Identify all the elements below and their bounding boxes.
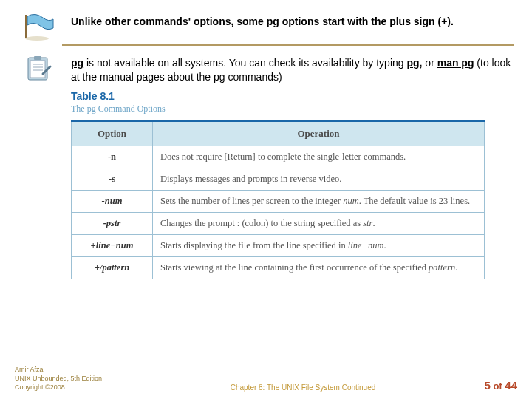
opt-cell: -n: [72, 146, 153, 168]
op-pre: Changes the prompt : (colon) to the stri…: [160, 218, 363, 228]
op-pre: Does not require [Return] to complete th…: [160, 151, 406, 162]
opt-ital: -pstr: [103, 218, 121, 228]
op-pre: Starts displaying the file from the line…: [160, 240, 348, 250]
slide-page: Unlike other commands' options, some pg …: [0, 0, 532, 399]
slide-footer: Amir Afzal UNIX Unbounded, 5th Edition C…: [0, 365, 532, 392]
op-post: .: [383, 240, 386, 250]
page-total: 44: [505, 379, 517, 392]
table-row: +/pattern Starts viewing at the line con…: [72, 256, 485, 279]
svg-rect-3: [30, 61, 45, 78]
op-ital: str: [363, 218, 372, 228]
col-header-option: Option: [72, 121, 153, 146]
op-post: . The default value is 23 lines.: [359, 196, 470, 206]
table-title: Table 8.1: [71, 90, 485, 102]
footer-chapter: Chapter 8: The UNIX File System Continue…: [163, 383, 443, 392]
note-flag-block: Unlike other commands' options, some pg …: [18, 12, 514, 41]
note2-part2: or: [422, 57, 437, 69]
op-post: .: [455, 262, 457, 273]
op-pre: Sets the number of lines per screen to t…: [160, 196, 343, 206]
footer-copyright: Copyright ©2008: [15, 383, 163, 392]
footer-credits: Amir Afzal UNIX Unbounded, 5th Edition C…: [15, 365, 163, 392]
table-row: -n Does not require [Return] to complete…: [72, 146, 485, 168]
op-ital: pattern: [429, 262, 455, 273]
opt-ital: +line−num: [91, 240, 134, 250]
op-ital: line−num: [348, 240, 384, 250]
col-header-operation: Operation: [153, 121, 485, 146]
op-post: .: [372, 218, 375, 228]
opt-ital: +/pattern: [95, 262, 129, 273]
svg-rect-4: [34, 56, 41, 60]
pg-term-2: pg,: [406, 57, 422, 69]
table-subtitle: The pg Command Options: [71, 103, 485, 115]
opt-cell: +line−num: [72, 234, 153, 256]
options-table-block: Table 8.1 The pg Command Options Option …: [71, 90, 485, 279]
footer-book: UNIX Unbounded, 5th Edition: [15, 374, 163, 383]
divider-rule: [62, 44, 514, 46]
operation-cell: Starts viewing at the line containing th…: [153, 256, 485, 279]
operation-cell: Changes the prompt : (colon) to the stri…: [153, 212, 485, 234]
opt-cell: -s: [72, 168, 153, 190]
note-clipboard-block: pg is not available on all systems. You …: [18, 53, 514, 84]
table-row: +line−num Starts displaying the file fro…: [72, 234, 485, 256]
opt-cell: -num: [72, 190, 153, 212]
operation-cell: Sets the number of lines per screen to t…: [153, 190, 485, 212]
table-row: -num Sets the number of lines per screen…: [72, 190, 485, 212]
footer-page: 5 of 44: [443, 379, 517, 392]
footer-author: Amir Afzal: [15, 365, 163, 374]
table-row: -s Displays messages and prompts in reve…: [72, 168, 485, 190]
clipboard-icon: [18, 53, 59, 83]
operation-cell: Does not require [Return] to complete th…: [153, 146, 485, 168]
pg-term-1: pg: [71, 57, 83, 69]
page-current: 5: [484, 379, 490, 392]
flag-icon: [18, 12, 59, 41]
note-clipboard-text: pg is not available on all systems. You …: [71, 53, 514, 84]
options-table: Option Operation -n Does not require [Re…: [71, 120, 485, 279]
op-pre: Starts viewing at the line containing th…: [160, 262, 429, 273]
opt-cell: -pstr: [72, 212, 153, 234]
operation-cell: Starts displaying the file from the line…: [153, 234, 485, 256]
page-of: of: [491, 381, 505, 392]
op-pre: Displays messages and prompts in reverse…: [160, 174, 341, 184]
op-ital: num: [343, 196, 359, 206]
svg-point-1: [25, 36, 49, 41]
operation-cell: Displays messages and prompts in reverse…: [153, 168, 485, 190]
opt-cell: +/pattern: [72, 256, 153, 279]
opt-ital: -num: [102, 196, 123, 206]
table-row: -pstr Changes the prompt : (colon) to th…: [72, 212, 485, 234]
note2-part1: is not available on all systems. You can…: [83, 57, 406, 69]
man-pg-term: man pg: [437, 57, 474, 69]
note-flag-text: Unlike other commands' options, some pg …: [71, 12, 514, 29]
